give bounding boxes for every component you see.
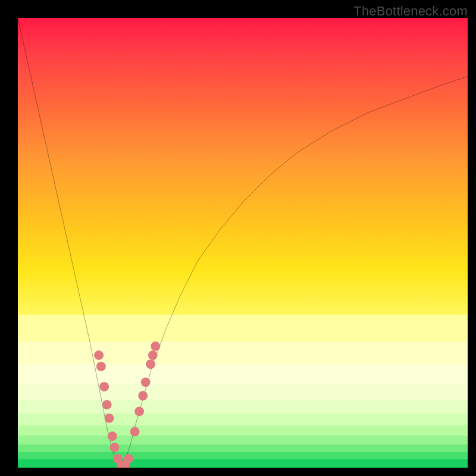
plot-area [18, 18, 468, 468]
data-point [151, 342, 160, 351]
curve-group [18, 18, 468, 468]
data-point [138, 391, 148, 400]
attribution-text: TheBottleneck.com [353, 4, 468, 19]
data-point [105, 414, 114, 423]
data-point [134, 407, 144, 416]
data-point [124, 454, 133, 464]
data-point [108, 431, 117, 441]
data-point [102, 400, 112, 409]
data-point [110, 443, 120, 452]
chart-frame: TheBottleneck.com [0, 0, 476, 476]
data-point [146, 359, 155, 369]
data-point [99, 382, 109, 392]
marker-group [94, 342, 160, 468]
data-point [130, 427, 140, 437]
data-point [94, 350, 104, 360]
series-right-curve [121, 76, 468, 468]
data-point [148, 350, 158, 360]
data-point [96, 362, 106, 371]
data-point [141, 377, 151, 387]
chart-svg [18, 18, 468, 468]
